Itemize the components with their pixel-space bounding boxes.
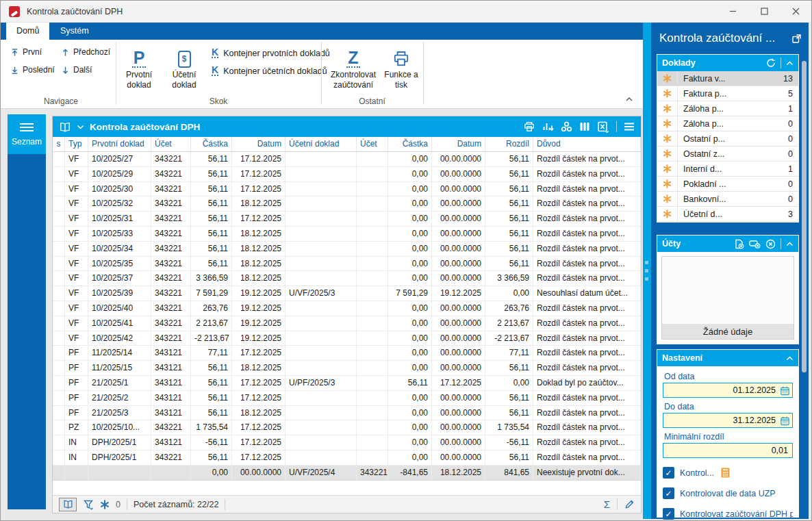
to-date-input[interactable] <box>663 413 793 428</box>
column-header[interactable]: Datum <box>432 137 485 151</box>
primary-document-label-1: Prvotní <box>126 70 152 80</box>
doklady-row[interactable]: Záloha p...0 <box>657 116 798 131</box>
summary-row[interactable]: 0,0000.00.0000U/VF/2025/4343221-841,6518… <box>53 466 641 481</box>
remove-account-icon[interactable] <box>749 239 761 249</box>
table-row[interactable]: PF11/2025/1534312156,1118.12.20250,0000.… <box>53 361 641 376</box>
calendar-button[interactable] <box>779 385 791 396</box>
table-row[interactable]: VF10/2025/2734322156,1117.12.20250,0000.… <box>53 152 641 167</box>
table-row[interactable]: VF10/2025/3134322156,1117.12.20250,0000.… <box>53 212 641 227</box>
table-row[interactable]: VF10/2025/3434322156,1118.12.20250,0000.… <box>53 242 641 257</box>
checkbox-checked[interactable] <box>663 508 674 520</box>
book-icon[interactable] <box>59 122 71 132</box>
collapse-chevron-up-icon[interactable] <box>786 242 794 246</box>
calculator-icon[interactable] <box>720 467 731 479</box>
filter-icon[interactable] <box>83 499 94 510</box>
doklady-row[interactable]: Ostatní z...0 <box>657 147 798 162</box>
table-row[interactable]: INDPH/2025/134322156,1117.12.20250,0000.… <box>53 450 641 466</box>
container-accounting-documents-button[interactable]: K Kontejner účetních dokladů <box>212 65 327 76</box>
right-panel-scrollbar[interactable] <box>802 61 807 372</box>
view-book-button[interactable] <box>59 498 77 511</box>
table-row[interactable]: VF10/2025/373432213 366,5918.12.20250,00… <box>53 271 641 286</box>
cell <box>286 331 357 346</box>
column-header[interactable]: Prvotní doklad <box>88 137 151 151</box>
frozen-asterisk-icon[interactable] <box>100 500 110 509</box>
sidebar-item-seznam[interactable]: Seznam <box>8 114 46 154</box>
table-row[interactable]: PZ10/2025/10...3432211 735,5417.12.20250… <box>53 420 641 435</box>
tab-system[interactable]: Systém <box>50 23 99 40</box>
column-header[interactable]: Typ <box>65 137 88 151</box>
print-icon[interactable] <box>523 121 535 132</box>
column-header[interactable]: s <box>53 137 65 151</box>
checkbox-checked[interactable] <box>663 487 674 499</box>
open-window-button[interactable] <box>791 34 802 47</box>
tab-domu[interactable]: Domů <box>6 23 49 40</box>
doklady-row[interactable]: Faktura v...13 <box>657 71 798 86</box>
calendar-button[interactable] <box>779 415 791 426</box>
collapse-chevron-up-icon[interactable] <box>786 356 794 361</box>
clear-accounts-icon[interactable] <box>765 239 776 249</box>
checkbox-checked[interactable] <box>663 467 674 479</box>
refresh-icon[interactable] <box>766 58 776 68</box>
column-header[interactable]: Důvod <box>533 137 641 151</box>
table-row[interactable]: VF10/2025/3534322156,1118.12.20250,0000.… <box>53 257 641 272</box>
table-row[interactable]: INDPH/2025/1343121-56,1117.12.20250,0000… <box>53 435 641 450</box>
column-header[interactable]: Účet <box>357 137 388 151</box>
accounting-document-button[interactable]: $ Účetní doklad <box>164 43 205 94</box>
asterisk-icon <box>663 134 672 143</box>
doklady-row[interactable]: Záloha p...1 <box>657 101 798 116</box>
cell: 00.00.0000 <box>432 182 485 197</box>
chart-export-icon[interactable] <box>542 121 554 132</box>
column-header[interactable]: Datum <box>232 137 286 151</box>
table-row[interactable]: VF10/2025/3234322156,1118.12.20250,0000.… <box>53 196 641 212</box>
doklady-row[interactable]: Účetní d...3 <box>657 207 798 222</box>
doklady-row[interactable]: Ostatní p...0 <box>657 131 798 147</box>
functions-print-button[interactable]: Funkce a tisk <box>381 43 421 94</box>
table-row[interactable]: PF21/2025/234312156,1117.12.20250,0000.0… <box>53 391 641 406</box>
add-account-icon[interactable] <box>734 239 744 249</box>
doklady-row[interactable]: Faktura p...5 <box>657 86 798 101</box>
analysis-icon[interactable] <box>561 121 572 132</box>
table-row[interactable]: VF10/2025/3334322156,1118.12.20250,0000.… <box>53 227 641 242</box>
menu-icon[interactable] <box>624 123 635 131</box>
doklady-row[interactable]: Interní d...1 <box>657 162 798 177</box>
table-row[interactable]: VF10/2025/42343221-2 213,6719.12.20250,0… <box>53 331 641 346</box>
table-row[interactable]: PF11/2025/1434312177,1117.12.20250,0000.… <box>53 346 641 361</box>
close-button[interactable] <box>780 1 811 22</box>
excel-export-icon[interactable] <box>597 121 609 133</box>
column-header[interactable]: Částka <box>388 137 432 151</box>
column-header[interactable]: Účetní doklad <box>286 137 357 151</box>
collapse-chevron-up-icon[interactable] <box>786 61 794 66</box>
min-difference-input[interactable] <box>663 443 793 458</box>
chevron-down-icon[interactable] <box>77 125 84 129</box>
columns-icon[interactable] <box>579 121 590 132</box>
panel-splitter[interactable] <box>643 23 651 519</box>
ucty-empty-area[interactable]: Žádné údaje <box>661 256 794 340</box>
first-button[interactable]: První <box>10 47 42 57</box>
table-row[interactable]: VF10/2025/2934322156,1117.12.20250,0000.… <box>53 167 641 182</box>
check-posting-button[interactable]: Z Zkontrolovat zaúčtování <box>324 43 383 94</box>
doklady-row[interactable]: Bankovní...0 <box>657 192 798 207</box>
column-header[interactable]: Účet <box>151 137 191 151</box>
table-row[interactable]: VF10/2025/3034322156,1117.12.20250,0000.… <box>53 182 641 197</box>
from-date-input[interactable] <box>663 383 793 398</box>
container-primary-documents-button[interactable]: K Kontejner prvotních dokladů <box>212 47 330 58</box>
sum-button[interactable]: Σ <box>604 498 610 510</box>
primary-document-button[interactable]: P Prvotní doklad <box>117 43 161 94</box>
doklady-row[interactable]: Pokladní ...0 <box>657 177 798 192</box>
edit-pencil-icon[interactable] <box>624 499 635 509</box>
minimize-button[interactable] <box>717 1 748 22</box>
maximize-button[interactable] <box>748 1 780 22</box>
next-button[interactable]: Další <box>61 65 92 75</box>
table-row[interactable]: PF21/2025/134312156,1117.12.2025U/PF/202… <box>53 376 641 391</box>
external-link-icon <box>791 34 802 44</box>
last-button[interactable]: Poslední <box>10 65 55 75</box>
ribbon: První Předchozí Poslední Další Navigace … <box>1 40 643 109</box>
table-row[interactable]: VF10/2025/413432212 213,6719.12.20250,00… <box>53 316 641 331</box>
column-header[interactable]: Rozdíl <box>485 137 533 151</box>
column-header[interactable]: Částka <box>191 137 232 151</box>
table-row[interactable]: VF10/2025/393432217 591,2919.12.2025U/VF… <box>53 286 641 301</box>
table-row[interactable]: VF10/2025/40343221263,7619.12.20250,0000… <box>53 301 641 316</box>
ribbon-collapse-button[interactable] <box>625 92 633 105</box>
table-row[interactable]: PF21/2025/334312156,1118.12.20250,0000.0… <box>53 406 641 421</box>
previous-button[interactable]: Předchozí <box>61 47 110 57</box>
